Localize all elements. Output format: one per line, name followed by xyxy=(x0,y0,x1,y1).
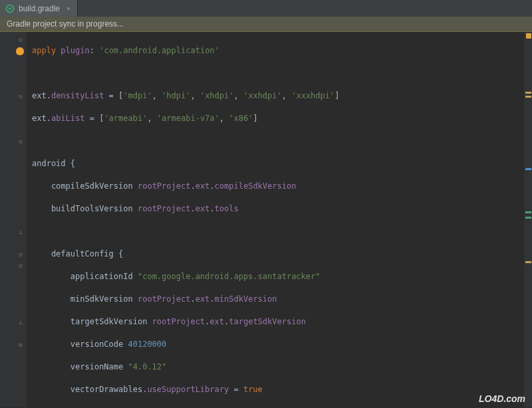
close-icon[interactable]: ✕ xyxy=(66,5,70,12)
gutter: ⊟ ⊟ ⊟ ⊥ ⊟ ⊟ ⊥ ⊞ xyxy=(0,32,27,407)
warning-marker[interactable] xyxy=(525,92,531,94)
sync-banner: Gradle project sync in progress... xyxy=(0,17,532,32)
bulb-icon[interactable] xyxy=(16,47,24,55)
warning-marker[interactable] xyxy=(525,96,531,98)
ok-marker[interactable] xyxy=(525,217,531,219)
analysis-indicator[interactable] xyxy=(526,33,531,39)
fold-icon[interactable]: ⊟ xyxy=(17,251,24,258)
tab-filename: build.gradle xyxy=(19,4,60,13)
marker-bar[interactable] xyxy=(524,32,532,407)
gradle-icon xyxy=(5,4,15,13)
file-tab[interactable]: build.gradle ✕ xyxy=(0,0,78,17)
fold-end-icon[interactable]: ⊥ xyxy=(17,229,24,235)
fold-icon[interactable]: ⊟ xyxy=(17,262,24,269)
fold-end-icon[interactable]: ⊥ xyxy=(17,319,24,326)
svg-point-1 xyxy=(9,7,11,10)
info-marker[interactable] xyxy=(525,168,531,170)
code-area[interactable]: apply plugin: 'com.android.application' … xyxy=(27,32,532,407)
sync-message: Gradle project sync in progress... xyxy=(7,19,124,29)
fold-icon[interactable]: ⊟ xyxy=(17,138,24,145)
fold-icon[interactable]: ⊟ xyxy=(17,93,24,100)
ok-marker[interactable] xyxy=(525,211,531,213)
fold-icon[interactable]: ⊞ xyxy=(17,342,24,348)
warning-marker[interactable] xyxy=(525,261,531,263)
fold-icon[interactable]: ⊟ xyxy=(17,37,24,43)
watermark: LO4D.com xyxy=(479,393,525,404)
editor: ⊟ ⊟ ⊟ ⊥ ⊟ ⊟ ⊥ ⊞ apply plugin: 'com.andro… xyxy=(0,32,532,407)
tab-bar: build.gradle ✕ xyxy=(0,0,532,17)
